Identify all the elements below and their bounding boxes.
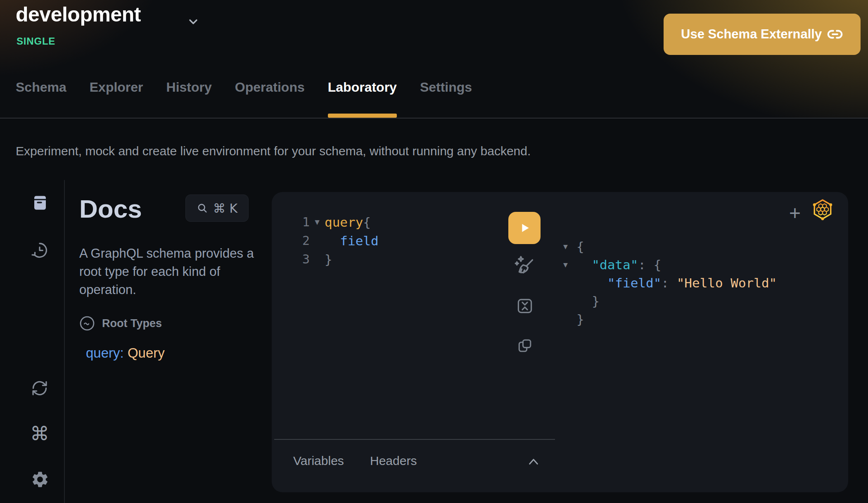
fold-triangle-icon[interactable]: ▼ bbox=[310, 218, 325, 226]
copy-icon bbox=[516, 337, 534, 355]
fold-triangle-icon[interactable]: ▼ bbox=[563, 261, 576, 268]
root-types-label: Root Types bbox=[102, 317, 162, 330]
project-switcher-chevron[interactable] bbox=[187, 15, 200, 28]
close-brace: } bbox=[325, 252, 332, 267]
use-schema-externally-label: Use Schema Externally bbox=[681, 27, 822, 42]
collapse-editor-tools-button[interactable] bbox=[527, 456, 540, 467]
laboratory-content: ⌘ Docs ⌘ K A GraphQL schema provides bbox=[0, 180, 868, 503]
add-tab-button[interactable]: + bbox=[785, 200, 805, 225]
search-icon bbox=[197, 202, 208, 214]
page-header: development SINGLE Use Schema Externally… bbox=[0, 0, 868, 119]
tab-headers[interactable]: Headers bbox=[370, 454, 417, 468]
line-number: 3 bbox=[299, 252, 310, 266]
field-token: field bbox=[340, 233, 378, 248]
gear-icon bbox=[31, 470, 50, 489]
fold-triangle-icon[interactable]: ▼ bbox=[563, 243, 576, 250]
environment-badge: SINGLE bbox=[17, 36, 55, 47]
refetch-schema-button[interactable] bbox=[31, 379, 49, 397]
docs-search-shortcut: ⌘ K bbox=[213, 201, 237, 216]
tab-variables[interactable]: Variables bbox=[293, 454, 344, 468]
response-line: "field": "Hello World" bbox=[563, 274, 777, 292]
merge-fragments-button[interactable] bbox=[515, 296, 535, 316]
json-key-data: "data" bbox=[592, 257, 638, 272]
query-editor[interactable]: 1 ▼ query{ 2 field 3 } bbox=[299, 213, 379, 268]
prettify-broom-icon bbox=[513, 254, 536, 277]
history-clock-icon bbox=[31, 241, 49, 259]
response-line: } bbox=[563, 310, 777, 328]
root-type-type-name[interactable]: Query bbox=[128, 345, 165, 361]
project-title: development bbox=[16, 2, 141, 26]
response-viewer: ▼ { ▼ "data": { "field": "Hello World" } bbox=[563, 237, 777, 328]
response-line: ▼ "data": { bbox=[563, 256, 777, 274]
query-keyword: query bbox=[325, 215, 363, 230]
use-schema-externally-button[interactable]: Use Schema Externally bbox=[664, 14, 861, 55]
docs-panel-button[interactable] bbox=[31, 194, 49, 211]
docs-panel-title: Docs bbox=[79, 194, 142, 223]
refresh-icon bbox=[31, 379, 49, 397]
query-editor-line: 1 ▼ query{ bbox=[299, 213, 379, 231]
root-type-separator: : bbox=[120, 345, 128, 361]
docs-search-button[interactable]: ⌘ K bbox=[185, 195, 249, 222]
prettify-query-button[interactable] bbox=[513, 254, 536, 277]
response-line: ▼ { bbox=[563, 237, 777, 256]
page-subtitle: Experiment, mock and create live environ… bbox=[16, 144, 531, 158]
docs-description: A GraphQL schema provides a root type fo… bbox=[79, 244, 261, 299]
root-types-section: Root Types bbox=[79, 316, 162, 331]
query-editor-line: 2 field bbox=[299, 231, 379, 250]
hive-logo-icon bbox=[811, 198, 834, 221]
query-editor-line: 3 } bbox=[299, 250, 379, 268]
tab-settings[interactable]: Settings bbox=[420, 80, 472, 118]
tab-operations[interactable]: Operations bbox=[235, 80, 305, 118]
settings-dialog-button[interactable] bbox=[31, 470, 50, 489]
json-key-field: "field" bbox=[607, 275, 662, 290]
merge-icon bbox=[515, 296, 535, 316]
editor-footer-divider bbox=[274, 439, 555, 440]
chevron-down-icon bbox=[187, 15, 200, 28]
graphiql-sidebar: ⌘ bbox=[0, 180, 65, 503]
open-brace: { bbox=[363, 215, 371, 230]
link-icon bbox=[827, 26, 843, 43]
root-types-icon bbox=[79, 316, 95, 331]
json-value-hello-world: "Hello World" bbox=[677, 275, 777, 290]
play-icon bbox=[517, 221, 531, 235]
tab-schema[interactable]: Schema bbox=[16, 80, 66, 118]
shortcuts-dialog-button[interactable]: ⌘ bbox=[30, 423, 50, 444]
line-number: 2 bbox=[299, 233, 310, 248]
history-panel-button[interactable] bbox=[31, 241, 49, 259]
main-nav-tabs: Schema Explorer History Operations Labor… bbox=[16, 80, 472, 118]
laboratory-page: development SINGLE Use Schema Externally… bbox=[0, 0, 868, 503]
tab-explorer[interactable]: Explorer bbox=[90, 80, 143, 118]
docs-book-icon bbox=[31, 194, 49, 211]
copy-query-button[interactable] bbox=[516, 337, 534, 355]
graphiql-editor-panel: 1 ▼ query{ 2 field 3 } bbox=[272, 192, 848, 492]
execute-query-button[interactable] bbox=[508, 212, 541, 244]
tab-history[interactable]: History bbox=[166, 80, 212, 118]
command-icon: ⌘ bbox=[30, 423, 49, 444]
root-type-query-entry[interactable]: query: Query bbox=[86, 345, 165, 361]
line-number: 1 bbox=[299, 215, 310, 229]
response-line: } bbox=[563, 292, 777, 310]
root-type-field-name[interactable]: query bbox=[86, 345, 120, 361]
chevron-up-icon bbox=[527, 456, 540, 467]
tab-laboratory[interactable]: Laboratory bbox=[328, 80, 397, 118]
plus-icon: + bbox=[789, 202, 801, 224]
